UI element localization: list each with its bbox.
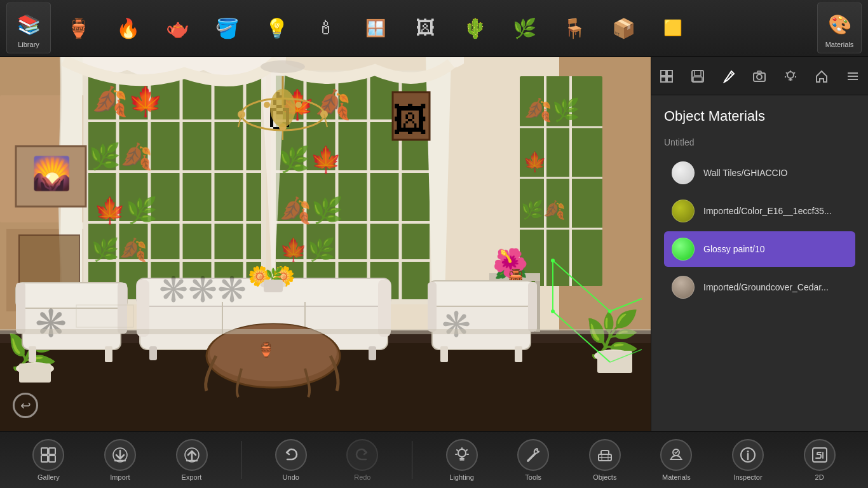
svg-rect-79 <box>16 283 127 308</box>
svg-rect-105 <box>528 282 537 332</box>
top-item-vase[interactable]: 🏺 <box>56 3 100 53</box>
inspector-button[interactable]: Inspector <box>726 439 770 481</box>
svg-point-115 <box>608 309 612 313</box>
panel-camera-button[interactable] <box>747 64 772 89</box>
bucket-icon: 🪣 <box>210 11 243 44</box>
svg-rect-121 <box>661 77 666 82</box>
svg-text:❋❋❋: ❋❋❋ <box>159 270 247 309</box>
svg-point-114 <box>551 259 555 262</box>
material-name-3: Glossy paint/10 <box>703 244 765 254</box>
top-item-bucket[interactable]: 🪣 <box>205 3 249 53</box>
svg-rect-98 <box>264 280 283 292</box>
material-swatch-3 <box>672 238 695 261</box>
panel-edit-button[interactable] <box>654 64 679 89</box>
panel-brush-button[interactable] <box>716 64 742 89</box>
undo-button[interactable]: Undo <box>269 439 313 481</box>
picture-icon: 🖼 <box>409 11 442 44</box>
top-item-fireplace[interactable]: 🔥 <box>105 3 150 53</box>
svg-rect-104 <box>428 282 437 332</box>
materials-button[interactable]: 🎨 Materials <box>817 3 862 53</box>
chair-icon: 🪑 <box>557 11 590 44</box>
objects-button[interactable]: Objects <box>583 439 627 481</box>
tools-button[interactable]: Tools <box>511 439 555 481</box>
2d-button[interactable]: 2D <box>797 439 842 481</box>
svg-text:🌿🍁: 🌿🍁 <box>278 144 342 175</box>
svg-rect-93 <box>369 346 376 360</box>
top-item-box[interactable]: 📦 <box>601 3 646 53</box>
gallery-icon <box>32 439 64 471</box>
material-item-wall-tiles[interactable]: Wall Tiles/GHIACCIO <box>664 155 855 191</box>
material-item-glossy-paint[interactable]: Glossy paint/10 <box>664 231 855 267</box>
lighting-button[interactable]: Lighting <box>440 439 484 481</box>
panel-save-button[interactable] <box>685 64 710 89</box>
panel-list-button[interactable] <box>840 64 865 89</box>
panel-light-button[interactable] <box>778 64 803 89</box>
svg-rect-82 <box>29 346 36 362</box>
undo-overlay: ↩ <box>13 393 38 418</box>
tools-label: Tools <box>525 473 541 481</box>
top-item-cactus[interactable]: 🌵 <box>452 3 497 53</box>
svg-text:🖼: 🖼 <box>393 100 428 140</box>
top-item-curtain[interactable]: 🪟 <box>353 3 398 53</box>
redo-button[interactable]: Redo <box>340 439 384 481</box>
lamp-icon: 💡 <box>260 11 293 44</box>
svg-rect-81 <box>118 283 127 334</box>
object-materials-panel: Object Materials Untitled Wall Tiles/GHI… <box>651 95 868 431</box>
materials-bottom-label: Materials <box>662 473 691 481</box>
section-label: Untitled <box>664 137 855 147</box>
top-item-teapot[interactable]: 🫖 <box>155 3 200 53</box>
top-item-chair[interactable]: 🪑 <box>552 3 596 53</box>
cactus-icon: 🌵 <box>458 11 491 44</box>
undo-icon <box>275 439 307 471</box>
export-button[interactable]: Export <box>170 439 214 481</box>
svg-point-56 <box>270 89 295 127</box>
svg-rect-135 <box>49 456 55 462</box>
right-panel: Object Materials Untitled Wall Tiles/GHI… <box>651 57 868 431</box>
material-swatch-1 <box>672 161 695 184</box>
divider-2 <box>412 441 412 479</box>
svg-rect-62 <box>19 235 79 286</box>
svg-text:🌿🍂: 🌿🍂 <box>89 141 153 172</box>
svg-text:🏺: 🏺 <box>257 341 275 358</box>
panel-home-button[interactable] <box>809 64 834 89</box>
divider-1 <box>241 441 241 479</box>
material-item-imported-color[interactable]: Imported/Color_E16__1eccf35... <box>664 193 855 229</box>
svg-text:🍁: 🍁 <box>523 151 547 173</box>
top-item-lamp[interactable]: 💡 <box>254 3 299 53</box>
svg-rect-125 <box>693 77 702 81</box>
material-name-4: Imported/Groundcover_Cedar... <box>703 282 829 292</box>
import-button[interactable]: Import <box>98 439 142 481</box>
teapot-icon: 🫖 <box>161 11 194 44</box>
svg-point-51 <box>295 102 302 108</box>
top-item-candle[interactable]: 🕯 <box>304 3 348 53</box>
svg-text:❋: ❋ <box>442 305 471 344</box>
svg-rect-119 <box>661 71 666 76</box>
svg-rect-88 <box>378 280 391 337</box>
gallery-button[interactable]: Gallery <box>26 439 71 481</box>
library-label: Library <box>18 41 39 48</box>
svg-text:🍂🌿: 🍂🌿 <box>280 195 343 226</box>
svg-rect-132 <box>41 448 48 454</box>
library-button[interactable]: 📚 Library <box>6 3 51 53</box>
top-item-picture[interactable]: 🖼 <box>403 3 447 53</box>
svg-point-57 <box>261 60 305 73</box>
viewport[interactable]: 🍂🍁 🌿🍂 🍁🌿 🌿🍂 🍁🍂 🌿🍁 🍂🌿 <box>0 57 651 431</box>
svg-text:🍂🍁: 🍂🍁 <box>92 85 164 119</box>
svg-rect-83 <box>105 346 112 362</box>
redo-icon <box>346 439 378 471</box>
materials-bottom-button[interactable]: Materials <box>654 439 698 481</box>
material-swatch-4 <box>672 276 695 299</box>
svg-rect-107 <box>515 346 522 362</box>
top-item-plant[interactable]: 🌿 <box>502 3 546 53</box>
svg-rect-80 <box>16 283 25 334</box>
material-item-groundcover[interactable]: Imported/Groundcover_Cedar... <box>664 269 855 305</box>
svg-point-138 <box>458 449 466 457</box>
tools-icon <box>517 439 549 471</box>
top-item-yellow[interactable]: 🟨 <box>651 3 695 53</box>
svg-rect-120 <box>667 71 672 76</box>
svg-text:🍁🌿: 🍁🌿 <box>94 195 158 226</box>
svg-rect-74 <box>19 363 51 383</box>
svg-rect-133 <box>49 448 55 454</box>
inspector-icon <box>732 439 764 471</box>
fireplace-icon: 🔥 <box>111 11 144 44</box>
